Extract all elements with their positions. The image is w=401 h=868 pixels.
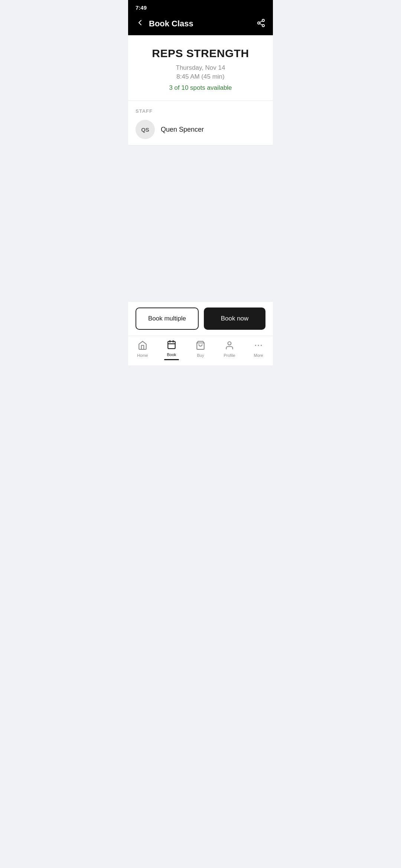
empty-content-area	[128, 145, 273, 301]
nav-item-book[interactable]: Book	[157, 340, 186, 358]
class-date: Thursday, Nov 14	[136, 64, 265, 72]
svg-point-10	[228, 342, 231, 345]
main-content: REPS STRENGTH Thursday, Nov 14 8:45 AM (…	[128, 35, 273, 145]
class-time: 8:45 AM (45 min)	[136, 73, 265, 80]
nav-item-more[interactable]: More	[244, 341, 273, 358]
nav-label-more: More	[254, 353, 263, 358]
staff-label: STAFF	[136, 108, 265, 114]
book-icon	[167, 340, 176, 351]
nav-item-buy[interactable]: Buy	[186, 341, 215, 358]
nav-item-profile[interactable]: Profile	[215, 341, 244, 358]
staff-name: Quen Spencer	[161, 126, 204, 134]
back-button[interactable]	[136, 18, 144, 29]
status-bar: 7:49	[128, 0, 273, 14]
class-name: REPS STRENGTH	[136, 47, 265, 60]
bottom-navigation: Home Book Buy	[128, 336, 273, 365]
svg-line-4	[260, 21, 263, 22]
svg-point-12	[258, 345, 259, 346]
staff-section: STAFF QS Quen Spencer	[128, 101, 273, 145]
staff-avatar: QS	[136, 120, 155, 139]
nav-label-profile: Profile	[224, 353, 235, 358]
svg-line-3	[260, 23, 263, 25]
svg-point-11	[255, 345, 256, 346]
staff-item: QS Quen Spencer	[136, 120, 265, 139]
page-title: Book Class	[149, 19, 193, 29]
book-multiple-button[interactable]: Book multiple	[136, 308, 199, 330]
header: Book Class	[128, 14, 273, 35]
spots-available: 3 of 10 spots available	[136, 84, 265, 92]
nav-label-home: Home	[137, 353, 148, 358]
home-icon	[138, 341, 147, 352]
nav-label-book: Book	[167, 352, 176, 357]
nav-item-home[interactable]: Home	[128, 341, 157, 358]
nav-label-buy: Buy	[197, 353, 204, 358]
status-time: 7:49	[136, 4, 147, 11]
header-left: Book Class	[136, 18, 193, 29]
class-info-section: REPS STRENGTH Thursday, Nov 14 8:45 AM (…	[128, 35, 273, 101]
profile-icon	[225, 341, 234, 352]
book-now-button[interactable]: Book now	[204, 308, 265, 330]
more-icon	[254, 341, 263, 352]
svg-rect-5	[168, 341, 175, 349]
staff-initials: QS	[141, 126, 149, 133]
svg-point-13	[261, 345, 262, 346]
nav-active-indicator-book	[164, 359, 179, 360]
buy-icon	[196, 341, 205, 352]
action-buttons: Book multiple Book now	[128, 301, 273, 336]
share-button[interactable]	[257, 19, 265, 29]
